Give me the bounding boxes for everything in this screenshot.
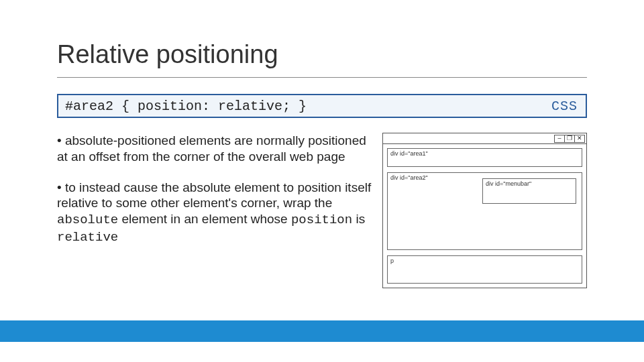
- menubar-box: div id="menubar": [482, 178, 576, 204]
- maximize-icon: ❐: [564, 135, 575, 143]
- browser-window-diagram: – ❐ ✕ div id="area1" div id="area2" div …: [382, 133, 587, 288]
- code-language-label: CSS: [551, 99, 578, 114]
- bullet-2-text-a: • to instead cause the absolute element …: [57, 180, 371, 210]
- bullet-1: • absolute-positioned elements are norma…: [57, 133, 372, 165]
- area2-label: div id="area2": [390, 174, 428, 181]
- minimize-icon: –: [554, 135, 565, 143]
- bullet-2-code-relative: relative: [57, 230, 118, 245]
- body-text: • absolute-positioned elements are norma…: [57, 133, 372, 261]
- bullet-2-code-position: position: [291, 213, 352, 227]
- close-icon: ✕: [574, 135, 585, 143]
- bullet-2-code-absolute: absolute: [57, 213, 118, 227]
- area2-box: div id="area2" div id="menubar": [387, 172, 582, 250]
- title-rule: [57, 77, 587, 78]
- footer-accent-bar: [0, 320, 644, 342]
- slide-title: Relative positioning: [57, 40, 278, 69]
- slide: Relative positioning #area2 { position: …: [0, 0, 644, 362]
- bullet-2: • to instead cause the absolute element …: [57, 180, 372, 246]
- code-example-box: #area2 { position: relative; } CSS: [57, 94, 587, 118]
- bullet-2-text-b: element in an element whose: [118, 212, 291, 226]
- p-box: p: [387, 255, 582, 284]
- bullet-2-text-c: is: [352, 212, 365, 226]
- code-text: #area2 { position: relative; }: [65, 99, 307, 114]
- window-titlebar: – ❐ ✕: [383, 133, 586, 144]
- window-body: div id="area1" div id="area2" div id="me…: [383, 144, 586, 288]
- area1-box: div id="area1": [387, 148, 582, 167]
